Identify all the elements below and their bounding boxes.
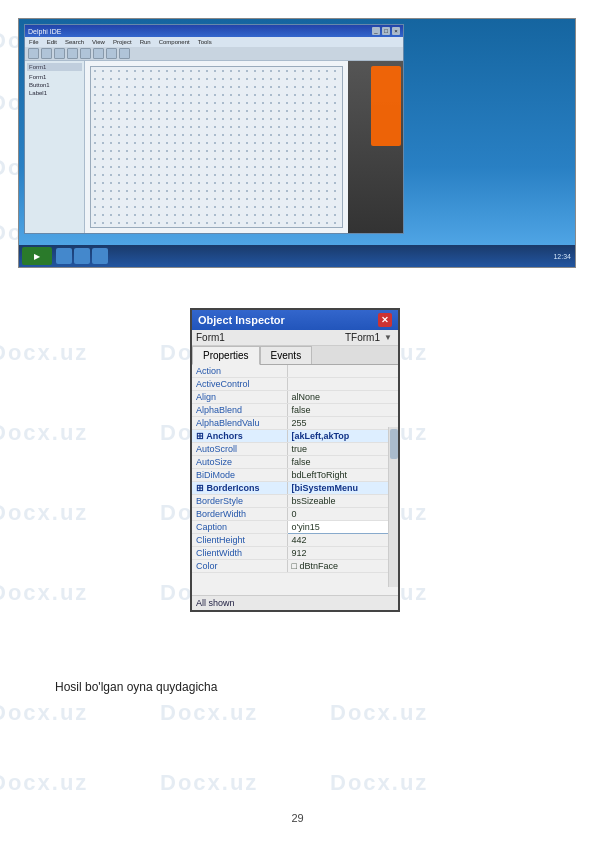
watermark: Docx.uz bbox=[0, 770, 88, 796]
property-name: Action bbox=[192, 365, 287, 378]
property-name: ⊞ BorderIcons bbox=[192, 482, 287, 495]
ide-left-panel: Form1 Form1 Button1 Label1 bbox=[25, 61, 85, 233]
property-value[interactable]: false bbox=[287, 404, 398, 417]
property-row[interactable]: ClientHeight442 bbox=[192, 534, 398, 547]
property-row[interactable]: Captiono'yin15 bbox=[192, 521, 398, 534]
ide-menubar: File Edit Search View Project Run Compon… bbox=[25, 37, 403, 47]
ide-minimize-button[interactable]: _ bbox=[372, 27, 380, 35]
object-inspector: Object Inspector ✕ Form1 TForm1 ▼ Proper… bbox=[190, 308, 400, 612]
tree-item-form1[interactable]: Form1 bbox=[27, 73, 82, 81]
property-value[interactable]: alNone bbox=[287, 391, 398, 404]
tree-item-label1[interactable]: Label1 bbox=[27, 89, 82, 97]
watermark: Docx.uz bbox=[0, 420, 88, 446]
taskbar-clock: 12:34 bbox=[553, 253, 571, 260]
property-value[interactable]: 442 bbox=[287, 534, 398, 547]
property-row[interactable]: BorderWidth0 bbox=[192, 508, 398, 521]
menu-edit[interactable]: Edit bbox=[47, 39, 57, 45]
watermark: Docx.uz bbox=[330, 770, 428, 796]
menu-file[interactable]: File bbox=[29, 39, 39, 45]
menu-run[interactable]: Run bbox=[140, 39, 151, 45]
property-row[interactable]: ActiveControl bbox=[192, 378, 398, 391]
property-name: ClientWidth bbox=[192, 547, 287, 560]
property-value[interactable]: o'yin15 bbox=[287, 521, 398, 534]
menu-component[interactable]: Component bbox=[159, 39, 190, 45]
desktop: Delphi IDE _ □ × File Edit Search View P… bbox=[19, 19, 575, 267]
toolbar-btn-5[interactable] bbox=[80, 48, 91, 59]
scrollbar-thumb[interactable] bbox=[390, 429, 398, 459]
taskbar-right: 12:34 bbox=[553, 253, 571, 260]
property-name: AutoSize bbox=[192, 456, 287, 469]
toolbar-btn-2[interactable] bbox=[41, 48, 52, 59]
property-row[interactable]: AutoSizefalse bbox=[192, 456, 398, 469]
property-row[interactable]: BiDiModebdLeftToRight bbox=[192, 469, 398, 482]
property-row[interactable]: AutoScrolltrue bbox=[192, 443, 398, 456]
taskbar-icons bbox=[56, 248, 108, 264]
property-value[interactable]: [biSystemMenu bbox=[287, 482, 398, 495]
property-row[interactable]: Color□ dBtnFace bbox=[192, 560, 398, 573]
ide-screenshot: Delphi IDE _ □ × File Edit Search View P… bbox=[18, 18, 576, 268]
ide-title-text: Delphi IDE bbox=[28, 28, 372, 35]
property-name: BorderWidth bbox=[192, 508, 287, 521]
property-row[interactable]: ⊞ Anchors[akLeft,akTop bbox=[192, 430, 398, 443]
taskbar-icon-3[interactable] bbox=[92, 248, 108, 264]
property-value[interactable]: 912 bbox=[287, 547, 398, 560]
caption: Hosil bo'lgan oyna quydagicha bbox=[55, 680, 217, 694]
object-inspector-close-button[interactable]: ✕ bbox=[378, 313, 392, 327]
ide-maximize-button[interactable]: □ bbox=[382, 27, 390, 35]
property-row[interactable]: ClientWidth912 bbox=[192, 547, 398, 560]
property-value[interactable] bbox=[287, 365, 398, 378]
start-button[interactable]: ▶ bbox=[22, 247, 52, 265]
property-name: ClientHeight bbox=[192, 534, 287, 547]
component-name: Form1 bbox=[196, 332, 341, 343]
properties-table: ActionActiveControlAlignalNoneAlphaBlend… bbox=[192, 365, 398, 573]
ide-right-panel bbox=[348, 61, 403, 233]
inspector-footer: All shown bbox=[192, 595, 398, 610]
tab-events[interactable]: Events bbox=[260, 346, 313, 364]
component-dropdown-icon[interactable]: ▼ bbox=[384, 333, 394, 342]
toolbar-btn-7[interactable] bbox=[106, 48, 117, 59]
watermark: Docx.uz bbox=[0, 340, 88, 366]
watermark: Docx.uz bbox=[160, 770, 258, 796]
property-value[interactable]: 255 bbox=[287, 417, 398, 430]
property-value[interactable] bbox=[287, 378, 398, 391]
toolbar-btn-6[interactable] bbox=[93, 48, 104, 59]
property-row[interactable]: BorderStylebsSizeable bbox=[192, 495, 398, 508]
form-canvas[interactable] bbox=[90, 66, 343, 228]
ide-form-area bbox=[85, 61, 348, 233]
toolbar-btn-8[interactable] bbox=[119, 48, 130, 59]
property-value[interactable]: bdLeftToRight bbox=[287, 469, 398, 482]
tree-item-button1[interactable]: Button1 bbox=[27, 81, 82, 89]
menu-search[interactable]: Search bbox=[65, 39, 84, 45]
toolbar-btn-4[interactable] bbox=[67, 48, 78, 59]
taskbar-icon-2[interactable] bbox=[74, 248, 90, 264]
menu-project[interactable]: Project bbox=[113, 39, 132, 45]
property-name: ⊞ Anchors bbox=[192, 430, 287, 443]
component-selector-row[interactable]: Form1 TForm1 ▼ bbox=[192, 330, 398, 346]
property-row[interactable]: Action bbox=[192, 365, 398, 378]
property-row[interactable]: AlphaBlendValu255 bbox=[192, 417, 398, 430]
object-inspector-titlebar: Object Inspector ✕ bbox=[192, 310, 398, 330]
ide-close-button[interactable]: × bbox=[392, 27, 400, 35]
property-row[interactable]: ⊞ BorderIcons[biSystemMenu bbox=[192, 482, 398, 495]
property-value[interactable]: [akLeft,akTop bbox=[287, 430, 398, 443]
tab-properties[interactable]: Properties bbox=[192, 346, 260, 365]
menu-tools[interactable]: Tools bbox=[198, 39, 212, 45]
property-value[interactable]: false bbox=[287, 456, 398, 469]
toolbar-btn-3[interactable] bbox=[54, 48, 65, 59]
ide-toolbar bbox=[25, 47, 403, 61]
scrollbar[interactable] bbox=[388, 427, 398, 587]
property-value[interactable]: 0 bbox=[287, 508, 398, 521]
property-value[interactable]: □ dBtnFace bbox=[287, 560, 398, 573]
property-row[interactable]: AlignalNone bbox=[192, 391, 398, 404]
taskbar: ▶ 12:34 bbox=[19, 245, 575, 267]
property-name: Color bbox=[192, 560, 287, 573]
toolbar-btn-1[interactable] bbox=[28, 48, 39, 59]
taskbar-icon-1[interactable] bbox=[56, 248, 72, 264]
property-name: BiDiMode bbox=[192, 469, 287, 482]
watermark: Docx.uz bbox=[0, 500, 88, 526]
property-row[interactable]: AlphaBlendfalse bbox=[192, 404, 398, 417]
right-panel-inner bbox=[371, 66, 401, 146]
menu-view[interactable]: View bbox=[92, 39, 105, 45]
property-value[interactable]: bsSizeable bbox=[287, 495, 398, 508]
property-value[interactable]: true bbox=[287, 443, 398, 456]
